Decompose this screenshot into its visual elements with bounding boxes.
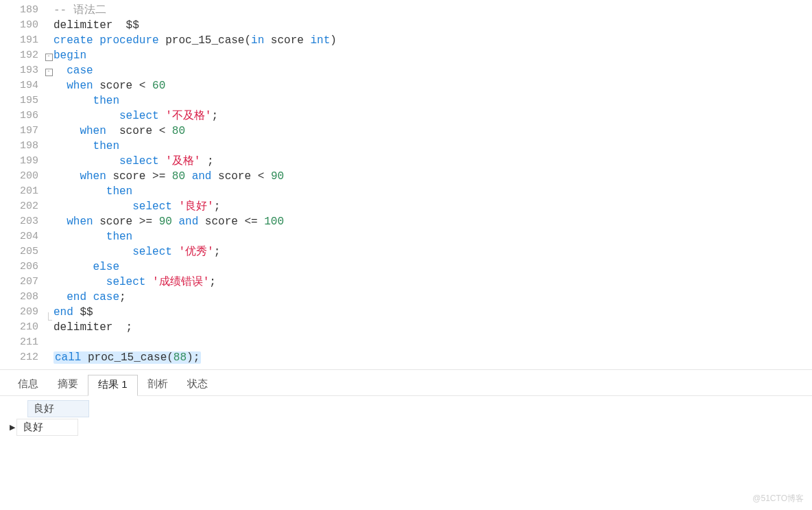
line-number: 195 xyxy=(0,93,44,108)
code-line[interactable]: 198 then xyxy=(0,139,812,154)
fold-minus-icon[interactable]: - xyxy=(45,69,53,76)
code-content[interactable]: select '成绩错误'; xyxy=(53,275,812,290)
line-number: 190 xyxy=(0,18,44,33)
code-content[interactable]: create procedure proc_15_case(in score i… xyxy=(53,33,812,48)
code-content[interactable]: end $$ xyxy=(53,305,812,320)
code-line[interactable]: 190delimiter $$ xyxy=(0,18,812,33)
result-panel: 信息 摘要 结果 1 剖析 状态 良好 ▶ 良好 xyxy=(0,369,812,443)
code-content[interactable]: call proc_15_case(88); xyxy=(53,350,812,365)
code-line[interactable]: 203 when score >= 90 and score <= 100 xyxy=(0,214,812,229)
result-grid[interactable]: 良好 ▶ 良好 xyxy=(0,396,812,443)
code-line[interactable]: 202 select '良好'; xyxy=(0,199,812,214)
tab-result-1[interactable]: 结果 1 xyxy=(88,375,138,396)
tab-info[interactable]: 信息 xyxy=(8,375,48,395)
code-content[interactable]: begin xyxy=(53,48,812,63)
line-number: 211 xyxy=(0,335,44,350)
code-line[interactable]: 199 select '及格' ; xyxy=(0,154,812,169)
code-line[interactable]: 209end $$ xyxy=(0,305,812,320)
code-line[interactable]: 211 xyxy=(0,335,812,350)
tab-status[interactable]: 状态 xyxy=(178,375,217,395)
result-cell[interactable]: 良好 xyxy=(16,419,78,436)
code-content[interactable]: select '良好'; xyxy=(53,199,812,214)
code-line[interactable]: 210delimiter ; xyxy=(0,320,812,335)
code-content[interactable]: -- 语法二 xyxy=(53,3,812,18)
code-content[interactable]: select '优秀'; xyxy=(53,244,812,259)
code-content[interactable]: end case; xyxy=(53,290,812,305)
tab-summary[interactable]: 摘要 xyxy=(48,375,88,395)
line-number: 193 xyxy=(0,63,44,78)
fold-gutter[interactable]: - xyxy=(44,48,53,63)
line-number: 200 xyxy=(0,169,44,184)
code-line[interactable]: 189-- 语法二 xyxy=(0,3,812,18)
code-content[interactable]: then xyxy=(53,184,812,199)
line-number: 206 xyxy=(0,259,44,275)
line-number: 204 xyxy=(0,229,44,244)
code-content[interactable]: delimiter ; xyxy=(53,320,812,335)
line-number: 203 xyxy=(0,214,44,229)
line-number: 197 xyxy=(0,124,44,139)
fold-gutter[interactable]: - xyxy=(44,63,53,78)
line-number: 199 xyxy=(0,154,44,169)
code-content[interactable]: when score >= 80 and score < 90 xyxy=(53,169,812,184)
code-line[interactable]: 193- case xyxy=(0,63,812,78)
code-content[interactable]: select '不及格'; xyxy=(53,108,812,124)
column-header[interactable]: 良好 xyxy=(27,400,89,417)
current-row-marker-icon: ▶ xyxy=(5,423,16,432)
line-number: 201 xyxy=(0,184,44,199)
code-content[interactable]: then xyxy=(53,93,812,108)
line-number: 209 xyxy=(0,305,44,320)
code-line[interactable]: 201 then xyxy=(0,184,812,199)
code-line[interactable]: 197 when score < 80 xyxy=(0,124,812,139)
code-content[interactable]: delimiter $$ xyxy=(53,18,812,33)
line-number: 205 xyxy=(0,244,44,259)
result-tabs: 信息 摘要 结果 1 剖析 状态 xyxy=(0,370,812,396)
line-number: 198 xyxy=(0,139,44,154)
code-line[interactable]: 195 then xyxy=(0,93,812,108)
code-line[interactable]: 192-begin xyxy=(0,48,812,63)
code-content[interactable]: when score < 80 xyxy=(53,124,812,139)
code-editor[interactable]: 189-- 语法二190delimiter $$191create proced… xyxy=(0,0,812,369)
code-line[interactable]: 212call proc_15_case(88); xyxy=(0,350,812,365)
code-line[interactable]: 204 then xyxy=(0,229,812,244)
code-line[interactable]: 196 select '不及格'; xyxy=(0,108,812,124)
code-line[interactable]: 208 end case; xyxy=(0,290,812,305)
line-number: 191 xyxy=(0,33,44,48)
line-number: 208 xyxy=(0,290,44,305)
code-content[interactable]: select '及格' ; xyxy=(53,154,812,169)
line-number: 194 xyxy=(0,78,44,93)
fold-minus-icon[interactable]: - xyxy=(45,54,53,61)
code-content[interactable]: when score >= 90 and score <= 100 xyxy=(53,214,812,229)
code-line[interactable]: 205 select '优秀'; xyxy=(0,244,812,259)
code-content[interactable]: then xyxy=(53,139,812,154)
line-number: 196 xyxy=(0,108,44,124)
line-number: 202 xyxy=(0,199,44,214)
code-line[interactable]: 200 when score >= 80 and score < 90 xyxy=(0,169,812,184)
line-number: 189 xyxy=(0,3,44,18)
line-number: 207 xyxy=(0,275,44,290)
code-line[interactable]: 191create procedure proc_15_case(in scor… xyxy=(0,33,812,48)
line-number: 210 xyxy=(0,320,44,335)
code-content[interactable]: else xyxy=(53,259,812,275)
line-number: 192 xyxy=(0,48,44,63)
code-content[interactable]: case xyxy=(53,63,812,78)
tab-profile[interactable]: 剖析 xyxy=(138,375,178,395)
line-number: 212 xyxy=(0,350,44,365)
code-line[interactable]: 207 select '成绩错误'; xyxy=(0,275,812,290)
code-content[interactable]: when score < 60 xyxy=(53,78,812,93)
code-line[interactable]: 206 else xyxy=(0,259,812,275)
code-line[interactable]: 194 when score < 60 xyxy=(0,78,812,93)
code-content[interactable]: then xyxy=(53,229,812,244)
